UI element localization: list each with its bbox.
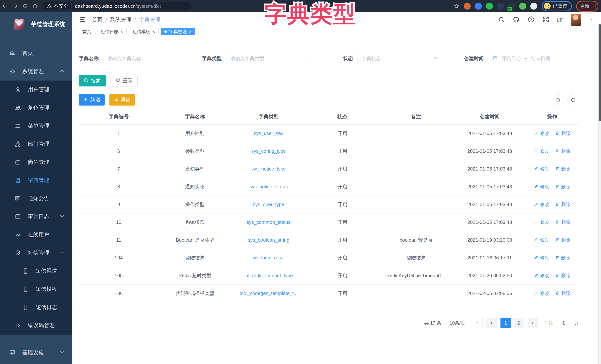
target-extension-icon[interactable] [464,3,471,10]
tab-首页[interactable]: 首页 [79,28,95,35]
table-search-toggle-button[interactable] [553,94,564,106]
delete-row-button[interactable]: 删除 [555,255,570,261]
sidebar-item-sms-log[interactable]: 短信日志 [0,298,72,316]
browser-menu-kebab-icon[interactable]: ⋮ [592,5,596,8]
browser-forward-button[interactable] [10,1,20,11]
browser-back-button[interactable] [0,1,10,11]
screenshot-extension-icon[interactable]: on [508,3,515,10]
user-avatar[interactable] [571,14,581,26]
tab-字典管理[interactable]: 字典管理× [161,28,195,35]
sidebar-item-sms-channel[interactable]: 短信渠道 [0,262,72,280]
browser-scrollbar[interactable] [598,24,601,364]
cell-dict-type-link[interactable]: sys_notice_status [231,178,306,196]
sidebar-item-sms-template[interactable]: 短信模板 [0,280,72,298]
cell-dict-type-link[interactable]: sys_oper_type [231,196,306,213]
delete-row-button[interactable]: 删除 [555,273,570,279]
goto-page-input[interactable]: 1 [557,318,570,328]
delete-row-button[interactable]: 删除 [555,166,570,172]
export-button[interactable]: 导出 [110,94,135,106]
cell-dict-type-link[interactable]: sys_config_type [231,142,306,160]
sidebar-item-notice[interactable]: 通知公告 [0,189,72,208]
edit-row-button[interactable]: 修改 [534,148,549,154]
delete-row-button[interactable]: 删除 [555,290,570,296]
reset-button[interactable]: 重置 [110,75,138,86]
green-circle-extension-icon[interactable] [486,3,493,10]
sidebar-item-audit[interactable]: 审计日志 [0,208,72,226]
sidebar-item-sms[interactable]: 短信管理 [0,244,72,262]
security-label[interactable]: 不安全 [54,3,68,10]
edit-row-button[interactable]: 修改 [534,184,549,190]
github-icon[interactable] [512,16,520,24]
fullscreen-icon[interactable] [542,16,549,23]
header-search-icon[interactable] [498,16,505,23]
sidebar-item-user[interactable]: 用户管理 [0,81,72,99]
table-refresh-button[interactable] [567,94,578,106]
page-button-1[interactable]: 1 [501,318,511,328]
breadcrumb-system[interactable]: 系统管理 [110,16,131,23]
cell-dict-type-link[interactable]: sys_notice_type [231,160,306,178]
scrollbar-thumb[interactable] [599,24,601,121]
search-button[interactable]: 搜索 [79,75,106,86]
delete-row-button[interactable]: 删除 [555,237,570,243]
sidebar-item-online[interactable]: 在线用户 [0,226,72,244]
delete-row-button[interactable]: 删除 [555,184,570,190]
cell-dict-type-link[interactable]: sys_boolean_string [231,231,306,249]
status-select[interactable]: 字典状态 [358,53,442,64]
cell-dict-type-link[interactable]: sys_login_result [231,249,306,267]
add-button[interactable]: 新增 [79,94,105,106]
browser-home-button[interactable] [30,1,40,11]
tab-close-icon[interactable]: × [152,30,155,34]
edit-row-button[interactable]: 修改 [534,166,549,172]
edit-row-button[interactable]: 修改 [534,290,549,296]
cell-dict-type-link[interactable]: sys_common_status [231,213,306,231]
delete-row-button[interactable]: 删除 [555,148,570,154]
edit-row-button[interactable]: 修改 [534,273,549,279]
sidebar-item-dict[interactable]: 字典管理 [0,171,72,189]
logo-row[interactable]: 芋道管理系统 [0,12,72,33]
edit-row-button[interactable]: 修改 [534,202,549,208]
extension-paused-pill[interactable]: 已暂停 [542,1,572,11]
diamond-extension-icon[interactable] [497,3,504,10]
sidebar-item-errcode[interactable]: 错误码管理 [0,316,72,334]
delete-row-button[interactable]: 删除 [555,130,570,136]
sidebar-item-home[interactable]: 首页 [0,44,72,62]
cell-dict-type-link[interactable]: inf_redis_timeout_type [231,267,306,284]
page-button-2[interactable]: 2 [513,318,524,328]
delete-row-button[interactable]: 删除 [555,202,570,208]
sidebar-item-infra[interactable]: 基础设施 [0,344,72,362]
sidebar-item-post[interactable]: 岗位管理 [0,153,72,171]
gem-extension-icon[interactable] [475,3,482,10]
browser-reload-button[interactable] [20,1,30,11]
cell-dict-type-link[interactable]: sys_user_sex [231,125,306,142]
delete-row-button[interactable]: 删除 [555,219,570,225]
bookmark-star-icon[interactable] [453,3,459,9]
edit-row-button[interactable]: 修改 [534,255,549,261]
edit-row-button[interactable]: 修改 [534,219,549,225]
edit-row-button[interactable]: 修改 [534,237,549,243]
hamburger-icon[interactable] [79,16,86,23]
leaf-extension-icon[interactable] [519,3,526,10]
date-range-picker[interactable]: 开始日期 ~ 结束日期 [488,53,578,64]
tab-close-icon[interactable]: × [189,30,192,34]
next-page-button[interactable] [528,318,538,328]
figure-extension-icon[interactable] [530,3,537,10]
page-size-select[interactable]: 10条/页 [446,318,483,328]
user-menu-caret-icon[interactable] [589,17,594,23]
browser-update-button[interactable]: 更新 [579,2,591,10]
prev-page-button[interactable] [486,318,497,328]
tab-短信模板[interactable]: 短信模板× [129,28,159,35]
dict-type-input[interactable]: 请输入字典类型 [226,53,310,64]
sidebar-item-dept[interactable]: 部门管理 [0,135,72,153]
edit-row-button[interactable]: 修改 [534,130,549,136]
cell-dict-type-link[interactable]: tool_codegen_template_t... [231,284,306,302]
sidebar-item-menu[interactable]: 菜单管理 [0,117,72,135]
breadcrumb-home[interactable]: 首页 [92,16,103,23]
sidebar-item-role[interactable]: 角色管理 [0,99,72,117]
font-size-icon[interactable]: tT [557,16,563,23]
dict-name-input[interactable]: 请输入字典名称 [103,53,185,64]
tab-close-icon[interactable]: × [120,30,123,34]
sidebar-item-system[interactable]: 系统管理 [0,62,72,81]
address-bar[interactable]: 不安全 dashboard.yudao.iocoder.cn/system/di… [43,2,191,10]
help-icon[interactable] [528,16,535,24]
tab-短信日志[interactable]: 短信日志× [97,28,127,35]
